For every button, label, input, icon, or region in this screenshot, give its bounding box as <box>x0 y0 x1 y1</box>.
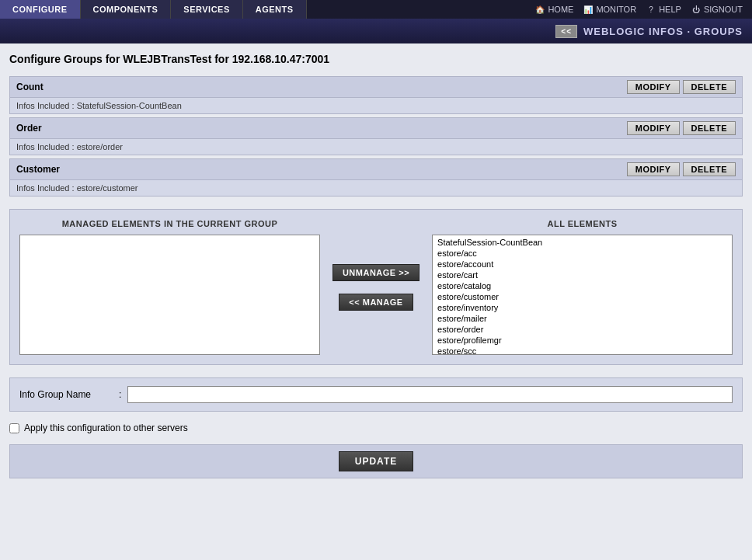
nav-signout-label: SIGNOUT <box>704 5 743 14</box>
group-info-customer: Infos Included : estore/customer <box>10 180 742 196</box>
nav-help-label: HELP <box>659 5 681 14</box>
nav-agents[interactable]: AGENTS <box>243 0 307 19</box>
monitor-icon: 📊 <box>583 4 594 15</box>
nav-home[interactable]: 🏠 HOME <box>534 4 573 15</box>
top-nav-bar: CONFIGURE COMPONENTS SERVICES AGENTS 🏠 H… <box>0 0 752 19</box>
middle-buttons: UNMANAGE >> << MANAGE <box>320 219 432 355</box>
nav-signout[interactable]: ⏻ SIGNOUT <box>691 4 743 15</box>
info-group-name-label: Info Group Name <box>19 389 113 400</box>
managed-elements-label: MANAGED ELEMENTS IN THE CURRENT GROUP <box>62 219 278 228</box>
manage-button[interactable]: << MANAGE <box>339 294 413 311</box>
help-icon: ? <box>646 4 656 15</box>
modify-button-order[interactable]: MODIFY <box>627 121 680 135</box>
all-elements-list-item[interactable]: estore/inventory <box>434 302 730 313</box>
group-info-count: Infos Included : StatefulSession-CountBe… <box>10 98 742 113</box>
delete-button-count[interactable]: DELETE <box>683 80 736 94</box>
nav-monitor-label: MONITOR <box>596 5 636 14</box>
all-elements-label: ALL ELEMENTS <box>547 219 617 228</box>
all-elements-right: ALL ELEMENTS StatefulSession-CountBeanes… <box>432 219 733 355</box>
all-elements-listbox[interactable]: StatefulSession-CountBeanestore/accestor… <box>432 235 733 355</box>
update-footer: UPDATE <box>9 444 743 478</box>
form-colon: : <box>119 389 121 400</box>
all-elements-list-item[interactable]: estore/customer <box>434 291 730 302</box>
all-elements-list-item[interactable]: estore/account <box>434 259 730 270</box>
delete-button-order[interactable]: DELETE <box>683 121 736 135</box>
apply-config-checkbox[interactable] <box>9 423 19 433</box>
update-button[interactable]: UPDATE <box>339 451 413 471</box>
nav-configure[interactable]: CONFIGURE <box>0 0 81 19</box>
group-header-order: Order MODIFY DELETE <box>10 118 742 139</box>
group-row-count: Count MODIFY DELETE Infos Included : Sta… <box>9 76 743 114</box>
group-row-order: Order MODIFY DELETE Infos Included : est… <box>9 117 743 155</box>
all-elements-list-item[interactable]: estore/mailer <box>434 313 730 324</box>
collapse-button[interactable]: << <box>555 25 577 38</box>
nav-monitor[interactable]: 📊 MONITOR <box>583 4 636 15</box>
info-group-name-input[interactable] <box>127 386 733 403</box>
home-icon: 🏠 <box>534 4 545 15</box>
apply-config-label: Apply this configuration to other server… <box>24 423 188 433</box>
all-elements-list-item[interactable]: estore/profilemgr <box>434 335 730 346</box>
managed-elements-listbox[interactable] <box>19 235 320 355</box>
all-elements-list-item[interactable]: estore/acc <box>434 248 730 259</box>
modify-button-count[interactable]: MODIFY <box>627 80 680 94</box>
group-name-count: Count <box>16 82 44 92</box>
group-header-customer: Customer MODIFY DELETE <box>10 159 742 180</box>
group-row-customer: Customer MODIFY DELETE Infos Included : … <box>9 158 743 197</box>
nav-help[interactable]: ? HELP <box>646 4 681 15</box>
managed-elements-section: MANAGED ELEMENTS IN THE CURRENT GROUP UN… <box>9 209 743 365</box>
info-group-name-row: Info Group Name : <box>19 386 733 403</box>
nav-components[interactable]: COMPONENTS <box>81 0 172 19</box>
managed-elements-left: MANAGED ELEMENTS IN THE CURRENT GROUP <box>19 219 320 355</box>
group-buttons-count: MODIFY DELETE <box>627 80 736 94</box>
form-section: Info Group Name : <box>9 377 743 412</box>
banner-title: WEBLOGIC INFOS · GROUPS <box>583 26 743 37</box>
all-elements-list-item[interactable]: estore/catalog <box>434 280 730 291</box>
all-elements-list-item[interactable]: estore/cart <box>434 270 730 280</box>
group-buttons-order: MODIFY DELETE <box>627 121 736 135</box>
modify-button-customer[interactable]: MODIFY <box>627 162 680 176</box>
signout-icon: ⏻ <box>691 4 702 15</box>
group-name-customer: Customer <box>16 164 60 175</box>
nav-services[interactable]: SERVICES <box>171 0 242 19</box>
all-elements-list-item[interactable]: estore/order <box>434 324 730 335</box>
unmanage-button[interactable]: UNMANAGE >> <box>332 264 420 281</box>
all-elements-list-item[interactable]: StatefulSession-CountBean <box>434 237 730 248</box>
all-elements-list-item[interactable]: estore/scc <box>434 346 730 355</box>
group-name-order: Order <box>16 123 42 134</box>
page-content: Configure Groups for WLEJBTransTest for … <box>0 43 752 560</box>
nav-right-group: 🏠 HOME 📊 MONITOR ? HELP ⏻ SIGNOUT <box>534 0 752 19</box>
nav-home-label: HOME <box>548 5 573 14</box>
group-buttons-customer: MODIFY DELETE <box>627 162 736 176</box>
group-info-order: Infos Included : estore/order <box>10 139 742 155</box>
checkbox-row: Apply this configuration to other server… <box>9 419 743 437</box>
delete-button-customer[interactable]: DELETE <box>683 162 736 176</box>
group-header-count: Count MODIFY DELETE <box>10 77 742 98</box>
header-banner: << WEBLOGIC INFOS · GROUPS <box>0 19 752 43</box>
page-title: Configure Groups for WLEJBTransTest for … <box>9 53 743 65</box>
